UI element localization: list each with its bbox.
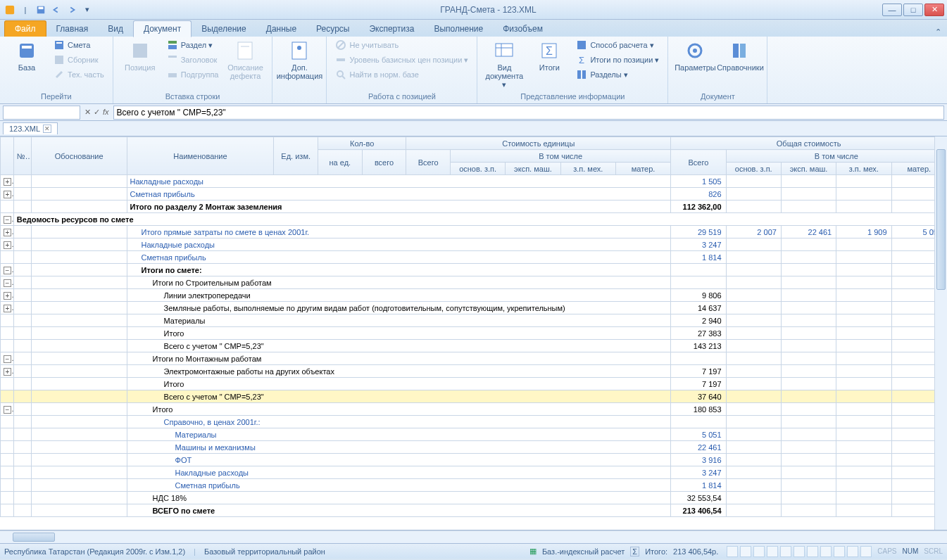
table-row[interactable]: Сметная прибыль 1 814 <box>1 251 947 264</box>
ribbon-tab[interactable]: Главная <box>46 21 99 37</box>
view-button[interactable]: Вид документа ▾ <box>483 38 525 91</box>
table-row[interactable]: Итого 7 197 <box>1 378 947 390</box>
file-tab[interactable]: Файл <box>4 20 46 37</box>
qat-dropdown[interactable]: ▾ <box>80 3 94 17</box>
info-icon <box>288 39 311 62</box>
database-button[interactable]: База <box>6 38 48 73</box>
info-button[interactable]: Доп. информация <box>278 38 320 82</box>
app-icon[interactable] <box>3 3 17 17</box>
undo-icon[interactable] <box>49 3 63 17</box>
cancel-formula-icon[interactable]: ✕ <box>84 108 91 117</box>
svg-point-20 <box>337 71 343 77</box>
ribbon-group-label: Вставка строки <box>119 91 267 102</box>
fx-icon[interactable]: fx <box>103 108 109 117</box>
table-row[interactable]: + Итого прямые затраты по смете в ценах … <box>1 226 947 238</box>
sheet-button[interactable]: Смета <box>51 38 107 52</box>
table-row[interactable]: Всего с учетом " СМР=5,23" 143 213 <box>1 340 947 352</box>
redo-icon[interactable] <box>65 3 79 17</box>
ribbon-tab[interactable]: Выполнение <box>424 21 493 37</box>
ribbon-tab[interactable]: Выделение <box>192 21 256 37</box>
books-button[interactable]: Справочники <box>719 38 761 73</box>
table-row[interactable]: + Электромонтажные работы на других объе… <box>1 365 947 378</box>
sections-icon <box>576 69 587 80</box>
view-icon <box>493 39 515 62</box>
ribbon-tab[interactable]: Данные <box>256 21 306 37</box>
data-table[interactable]: № п.п Обоснование Наименование Ед. изм. … <box>0 136 947 517</box>
svg-rect-22 <box>496 44 513 56</box>
table-row[interactable]: Итого по разделу 2 Монтаж заземления 112… <box>1 201 947 213</box>
table-row[interactable]: НДС 18% 32 553,54 <box>1 492 947 504</box>
save-icon[interactable] <box>34 3 48 17</box>
status-total-label: Итого: <box>645 547 667 556</box>
table-row[interactable]: ФОТ 3 916 <box>1 454 947 466</box>
sections-button[interactable]: Разделы ▾ <box>573 68 662 82</box>
table-row[interactable]: Сметная прибыль 1 814 <box>1 479 947 492</box>
maximize-button[interactable]: □ <box>903 4 923 16</box>
table-row[interactable]: Всего с учетом " СМР=5,23" 37 640 <box>1 390 947 403</box>
expand-icon[interactable]: + <box>4 241 11 249</box>
expand-icon[interactable]: + <box>4 368 11 376</box>
expand-icon[interactable]: − <box>4 267 11 274</box>
table-row[interactable]: − Итоги по смете: <box>1 264 947 276</box>
sigma-button[interactable]: ΣИтоги <box>528 38 570 73</box>
expand-icon[interactable]: − <box>4 279 11 287</box>
ribbon-group-label: Перейти <box>6 91 107 102</box>
doc-tab-close-icon[interactable]: ✕ <box>43 125 51 133</box>
ribbon-tab[interactable]: Физобъем <box>493 21 553 37</box>
table-row[interactable]: − Итоги по Монтажным работам <box>1 352 947 365</box>
table-row[interactable]: Накладные расходы 3 247 <box>1 466 947 479</box>
ribbon-tab[interactable]: Документ <box>133 20 192 37</box>
quick-access-toolbar: | ▾ <box>3 3 94 17</box>
svg-rect-30 <box>582 70 586 79</box>
table-row[interactable]: + Накладные расходы 3 247 <box>1 238 947 251</box>
minimize-button[interactable]: — <box>882 4 902 16</box>
expand-icon[interactable]: − <box>4 406 11 414</box>
expand-icon[interactable]: + <box>4 229 11 236</box>
table-row[interactable]: − Итоги по Строительным работам <box>1 276 947 289</box>
document-tabs: 123.XML ✕ <box>0 121 947 136</box>
qat-separator: | <box>18 3 32 17</box>
ribbon-tab[interactable]: Вид <box>98 21 133 37</box>
help-icon[interactable]: ⌃ <box>935 27 947 37</box>
table-row[interactable]: Машины и механизмы 22 461 <box>1 441 947 454</box>
calc-button[interactable]: Способ расчета ▾ <box>573 38 662 52</box>
ribbon-group-label: Представление информации <box>483 91 662 102</box>
table-row[interactable]: Материалы 2 940 <box>1 314 947 327</box>
vertical-scrollbar[interactable] <box>934 136 947 530</box>
name-box[interactable] <box>3 106 80 120</box>
doc-tab[interactable]: 123.XML ✕ <box>3 122 58 134</box>
expand-icon[interactable]: + <box>4 292 11 300</box>
expand-icon[interactable]: − <box>4 355 11 363</box>
expand-icon[interactable]: + <box>4 191 11 198</box>
table-row[interactable]: −Ведомость ресурсов по смете <box>1 213 947 226</box>
ribbon: БазаСметаСборникТех. частьПерейтиПозиция… <box>0 37 947 104</box>
close-button[interactable]: ✕ <box>924 4 944 16</box>
table-row[interactable]: ВСЕГО по смете 213 406,54 <box>1 504 947 517</box>
accept-formula-icon[interactable]: ✓ <box>94 108 100 117</box>
formula-input[interactable]: Всего с учетом " СМР=5,23" <box>113 106 944 120</box>
table-row[interactable]: + Земляные работы, выполняемые по другим… <box>1 302 947 314</box>
table-row[interactable]: Материалы 5 051 <box>1 428 947 441</box>
table-row[interactable]: + Сметная прибыль 826 <box>1 188 947 201</box>
expand-icon[interactable]: + <box>4 305 11 312</box>
horizontal-scrollbar[interactable] <box>0 530 947 543</box>
status-region[interactable]: Республика Татарстан (Редакция 2009г. с … <box>4 547 185 556</box>
gear-button[interactable]: Параметры <box>674 38 716 73</box>
status-district[interactable]: Базовый территориальный район <box>204 547 325 556</box>
table-row[interactable]: Итого 27 383 <box>1 327 947 340</box>
svg-rect-27 <box>577 41 586 49</box>
status-calc-type[interactable]: Баз.-индексный расчет <box>542 547 625 556</box>
expand-icon[interactable]: + <box>4 178 11 186</box>
sigma-s-button[interactable]: ΣИтоги по позиции ▾ <box>573 53 662 67</box>
table-row[interactable]: + Накладные расходы 1 505 <box>1 175 947 188</box>
svg-text:Σ: Σ <box>546 45 553 57</box>
table-row[interactable]: + Линии электропередачи 9 806 <box>1 289 947 302</box>
ribbon-tab[interactable]: Ресурсы <box>306 21 359 37</box>
window-title: ГРАНД-Смета - 123.XML <box>94 5 882 15</box>
table-row[interactable]: − Итого 180 853 <box>1 403 947 416</box>
header-button: Заголовок <box>164 53 222 67</box>
section-button[interactable]: Раздел ▾ <box>164 38 222 52</box>
ribbon-tab[interactable]: Экспертиза <box>359 21 424 37</box>
table-row[interactable]: Справочно, в ценах 2001г.: <box>1 416 947 428</box>
status-view-icons[interactable] <box>727 546 872 557</box>
